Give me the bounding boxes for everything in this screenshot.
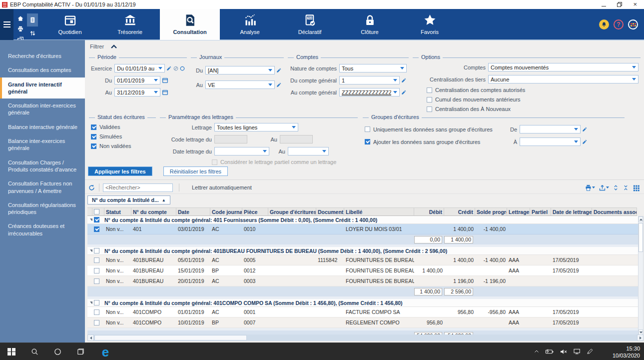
volume-muted-icon[interactable]	[560, 348, 568, 356]
sidebar-item-9[interactable]: Créances douteuses et irrécouvrables	[0, 219, 85, 240]
simulees-checkbox[interactable]	[91, 134, 96, 140]
tab-analyse[interactable]: Analyse	[220, 9, 280, 40]
edit-pencil-icon[interactable]	[401, 78, 407, 83]
export-icon[interactable]	[599, 184, 609, 192]
centralisation-anouveaux-checkbox[interactable]	[427, 106, 432, 112]
date-lettrage-du-input[interactable]	[214, 147, 269, 156]
tab-quotidien[interactable]: Quotidien	[40, 9, 100, 40]
compte-au-select[interactable]: ZZZZZZZZZZZZZZZZ	[339, 88, 400, 96]
compte-du-select[interactable]: 1	[339, 76, 400, 84]
groupe-de-select[interactable]	[520, 125, 581, 134]
edit-pencil-icon[interactable]	[276, 68, 282, 73]
periode-au-input[interactable]: 31/12/2019	[114, 88, 160, 96]
horizontal-scrollbar[interactable]	[87, 334, 644, 341]
sidebar-item-2[interactable]: Grand livre interactif général	[0, 78, 85, 99]
centralisation-comptes-checkbox[interactable]	[427, 88, 432, 93]
journal-au-select[interactable]: VE	[205, 80, 275, 89]
tray-chevron-icon[interactable]	[534, 348, 540, 356]
exercice-select[interactable]: Du 01/01/19 au 31/12/19	[114, 64, 165, 72]
scroll-left-button[interactable]	[87, 334, 94, 341]
hamburger-menu-button[interactable]	[0, 9, 13, 40]
group-expander-icon[interactable]	[87, 299, 92, 306]
uniquement-sans-groupe-checkbox[interactable]	[365, 126, 370, 132]
minimize-button[interactable]	[602, 3, 606, 6]
horizontal-scroll-thumb[interactable]	[94, 335, 247, 340]
collapse-all-icon[interactable]	[623, 184, 629, 192]
sidebar-item-6[interactable]: Consultation Charges / Produits constaté…	[0, 156, 85, 177]
vertical-scroll-thumb[interactable]	[639, 223, 643, 252]
column-header-piece[interactable]: Pièce	[242, 208, 268, 216]
row-checkbox[interactable]	[94, 310, 99, 315]
row-checkbox[interactable]	[94, 278, 99, 284]
cumul-mouvements-checkbox[interactable]	[427, 97, 432, 102]
sidebar-item-1[interactable]: Consultation des comptes	[0, 63, 85, 77]
column-header-groupe[interactable]: Groupe d'écritures	[268, 208, 316, 216]
nature-comptes-select[interactable]: Tous	[339, 64, 407, 72]
tab-favoris[interactable]: Favoris	[400, 9, 460, 40]
row-checkbox[interactable]	[94, 226, 99, 232]
taskbar-search-icon[interactable]	[27, 343, 42, 360]
tab-tresorerie[interactable]: Trésorerie	[100, 9, 160, 40]
column-chooser-icon[interactable]	[633, 184, 640, 192]
tab-cloture[interactable]: Clôture	[340, 9, 400, 40]
edit-pencil-icon[interactable]	[582, 139, 588, 144]
table-row[interactable]: Non v...401COMPO01/01/2019AC0001FACTURE …	[87, 307, 644, 318]
sidebar-item-3[interactable]: Consultation inter-exercices générale	[0, 98, 85, 120]
taskbar-clock[interactable]: 15:30 10/03/2020	[613, 345, 640, 360]
sidebar-item-7[interactable]: Consultation Factures non parvenues / A …	[0, 176, 85, 198]
group-header-row[interactable]: N° du compte & Intitulé du compte généra…	[87, 216, 644, 224]
column-header-partiel[interactable]: Partiel	[530, 208, 551, 216]
edit-pencil-icon[interactable]	[276, 82, 282, 88]
apply-filters-button[interactable]: Appliquer les filtres	[88, 166, 152, 176]
cortana-icon[interactable]	[50, 343, 65, 360]
table-row[interactable]: Non v...401COMPO10/01/2019BP0007REGLEMEN…	[87, 318, 644, 328]
lettrer-automatiquement-button[interactable]: Lettrer automatiquement	[192, 184, 252, 190]
column-header-credit[interactable]: Crédit	[444, 208, 475, 216]
row-checkbox[interactable]	[94, 258, 99, 263]
column-header-date[interactable]: Date	[176, 208, 210, 216]
column-header-date_lettrage[interactable]: Date de lettrage	[551, 208, 592, 216]
tab-declaratif[interactable]: TAX Déclaratif	[280, 9, 340, 40]
task-view-icon[interactable]	[73, 343, 88, 360]
sidebar-item-8[interactable]: Consultation régularisations périodiques	[0, 198, 85, 220]
row-checkbox[interactable]	[94, 248, 99, 254]
row-checkbox[interactable]	[94, 209, 99, 214]
next-exercice-icon[interactable]	[180, 66, 185, 71]
sidebar-item-4[interactable]: Balance interactive générale	[0, 120, 85, 134]
table-row[interactable]: Non v...401BUREAU05/01/2019AC00051115842…	[87, 255, 644, 266]
print-grid-icon[interactable]	[585, 184, 595, 192]
column-header-compte[interactable]: N° du compte	[131, 208, 176, 216]
sidebar-item-5[interactable]: Balance inter-exercices générale	[0, 134, 85, 156]
column-header-docs[interactable]: Documents associés	[592, 208, 637, 216]
column-header-lettrage[interactable]: Lettrage	[507, 208, 530, 216]
edit-pencil-icon[interactable]	[582, 126, 588, 132]
previous-exercice-icon[interactable]	[173, 66, 178, 71]
pen-icon[interactable]	[587, 348, 594, 356]
group-header-row[interactable]: N° du compte & Intitulé du compte généra…	[87, 247, 644, 255]
restore-button[interactable]	[617, 2, 622, 7]
group-expander-icon[interactable]	[87, 247, 92, 254]
edit-pencil-icon[interactable]	[166, 66, 172, 71]
reset-filters-button[interactable]: Réinitialiser les filtres	[163, 166, 228, 176]
column-header-debit[interactable]: Débit	[414, 208, 444, 216]
group-by-chip[interactable]: N° du compte & Intitulé d...▲	[87, 196, 170, 204]
edit-pencil-icon[interactable]	[401, 90, 407, 95]
non-validees-checkbox[interactable]	[91, 144, 96, 149]
periode-du-input[interactable]: 01/01/2019	[114, 76, 160, 84]
table-row[interactable]: Non v...40103/01/2019AC0010LOYER DU MOIS…	[87, 224, 644, 234]
row-checkbox[interactable]	[94, 268, 99, 274]
options-comptes-select[interactable]: Comptes mouvementés	[488, 63, 639, 72]
print-icon[interactable]	[15, 24, 26, 34]
lettrage-select[interactable]: Toutes les lignes	[214, 123, 298, 132]
column-header-solde[interactable]: Solde progre...	[475, 208, 507, 216]
tab-consultation[interactable]: Consultation	[160, 9, 220, 40]
start-button[interactable]	[4, 343, 19, 360]
scroll-up-button[interactable]	[639, 216, 643, 222]
column-header-document[interactable]: Document	[316, 208, 344, 216]
battery-icon[interactable]	[545, 348, 554, 356]
groupe-a-select[interactable]	[520, 138, 581, 146]
scroll-right-button[interactable]	[637, 334, 644, 341]
group-expander-icon[interactable]	[87, 216, 92, 224]
network-icon[interactable]	[573, 348, 581, 356]
apps-menu-icon[interactable]	[628, 20, 638, 30]
